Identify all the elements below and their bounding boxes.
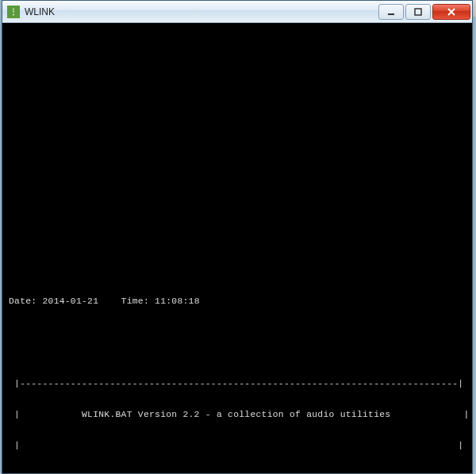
date-text: Date: 2014-01-21 — [9, 296, 98, 306]
maximize-icon — [414, 8, 422, 16]
blank-box-line: | | — [9, 441, 466, 451]
window-title: WLINK — [25, 6, 377, 17]
date-time-line: Date: 2014-01-21 Time: 11:08:18 — [9, 296, 466, 307]
svg-rect-0 — [388, 13, 394, 15]
close-button[interactable] — [432, 4, 470, 20]
window-controls — [377, 4, 470, 20]
minimize-button[interactable] — [378, 4, 404, 20]
maximize-button[interactable] — [405, 4, 431, 20]
console-blank-area — [9, 44, 466, 266]
box-top: |---------------------------------------… — [9, 379, 466, 389]
app-icon: ⋮ — [7, 6, 20, 18]
blank-line — [9, 338, 466, 348]
close-icon — [447, 8, 456, 16]
time-text: Time: 11:08:18 — [121, 296, 200, 306]
minimize-icon — [387, 8, 395, 16]
app-window: ⋮ WLINK Date: 2014-01-21 Time: 11:08:18 … — [2, 0, 473, 474]
header-text: WLINK.BAT Version 2.2 - a collection of … — [82, 410, 390, 419]
titlebar[interactable]: ⋮ WLINK — [2, 1, 472, 23]
header-row: | WLINK.BAT Version 2.2 - a collection o… — [9, 410, 466, 420]
console-area[interactable]: Date: 2014-01-21 Time: 11:08:18 |-------… — [7, 23, 467, 468]
svg-rect-1 — [415, 9, 421, 15]
